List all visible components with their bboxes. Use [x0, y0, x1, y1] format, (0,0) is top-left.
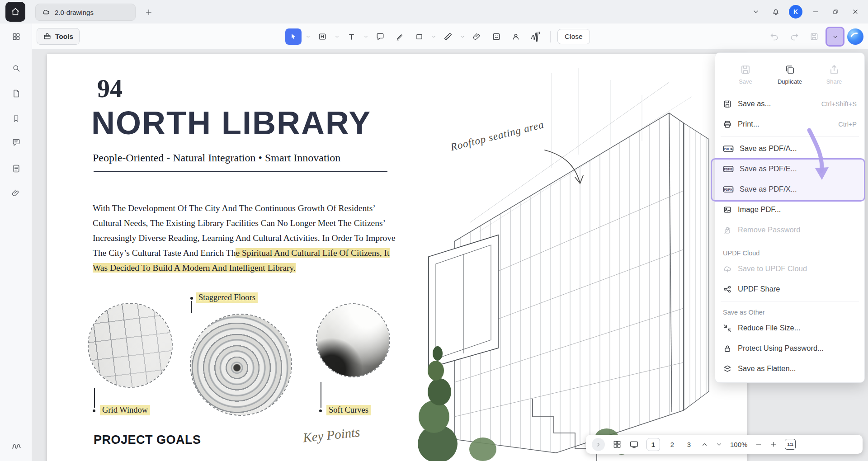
menu-item-save-as[interactable]: Save as...Ctrl+Shift+S: [715, 94, 864, 114]
document-tab[interactable]: 2.0-drawings: [35, 4, 136, 21]
signature-tool[interactable]: [527, 28, 543, 45]
menu-item-protect-password[interactable]: Protect Using Password...: [715, 338, 864, 358]
zoom-level[interactable]: 100%: [730, 441, 747, 448]
caption-grid-window: Grid Window: [100, 405, 150, 415]
print-icon: [723, 120, 732, 129]
image-icon: [723, 205, 732, 214]
collapse-toolbar-button[interactable]: [746, 0, 766, 24]
pdf-a-icon: PDF/A: [723, 144, 734, 153]
measure-tool-dropdown[interactable]: [459, 28, 466, 45]
next-page-button[interactable]: [716, 441, 722, 448]
close-window-button[interactable]: [845, 0, 865, 24]
minimize-icon: [812, 8, 819, 15]
menu-item-save-to-cloud[interactable]: Save to UPDF Cloud: [715, 259, 864, 279]
menu-duplicate-button[interactable]: Duplicate: [770, 64, 809, 85]
save-button[interactable]: [806, 28, 823, 45]
menu-item-save-pdfa[interactable]: PDF/A Save as PDF/A...: [715, 138, 864, 159]
user-avatar[interactable]: K: [786, 0, 806, 24]
bookmark-icon: [12, 114, 20, 123]
key-points-annotation: Key Points: [302, 424, 361, 445]
save-options-dropdown-button[interactable]: [826, 27, 844, 47]
tools-button[interactable]: Tools: [37, 28, 80, 45]
search-button[interactable]: [0, 58, 32, 78]
summary-panel-button[interactable]: [0, 159, 32, 179]
undo-icon: [770, 32, 779, 41]
comment-icon: [12, 138, 21, 147]
notifications-button[interactable]: [766, 0, 786, 24]
person-stamp-tool[interactable]: [508, 28, 524, 45]
expand-panel-button[interactable]: [592, 438, 605, 451]
close-tools-button[interactable]: Close: [557, 29, 590, 44]
title-bar: 2.0-drawings K: [0, 0, 868, 24]
page-button-1[interactable]: 1: [646, 438, 660, 451]
pen-tool[interactable]: [392, 28, 408, 45]
tools-label: Tools: [55, 33, 73, 41]
undo-button[interactable]: [766, 28, 783, 45]
signature-panel-button[interactable]: [0, 436, 32, 456]
page-button-2[interactable]: 2: [668, 441, 677, 448]
presentation-mode-button[interactable]: [629, 440, 639, 449]
bookmarks-button[interactable]: [0, 108, 32, 128]
h-letter-tool[interactable]: [314, 28, 330, 45]
cloud-icon: [42, 8, 50, 16]
menu-item-image-pdf[interactable]: Image PDF...: [715, 199, 864, 220]
zoom-out-button[interactable]: [755, 441, 762, 448]
menu-item-reduce-file-size[interactable]: Reduce File Size...: [715, 318, 864, 338]
text-tool[interactable]: [343, 28, 359, 45]
chevron-down-icon: [752, 8, 760, 15]
lock-icon: [723, 344, 732, 353]
shape-tool[interactable]: [411, 28, 427, 45]
flatten-layers-icon: [723, 364, 732, 373]
menu-item-save-pdfe[interactable]: PDF/E Save as PDF/E...: [715, 159, 864, 179]
menu-item-save-pdfx[interactable]: PDF/X Save as PDF/X...: [715, 179, 864, 199]
menu-item-updf-share[interactable]: UPDF Share: [715, 279, 864, 299]
menu-item-save-as-flatten[interactable]: Save as Flatten...: [715, 358, 864, 379]
h-letter-tool-dropdown[interactable]: [334, 28, 340, 45]
new-tab-button[interactable]: [143, 6, 155, 18]
chevron-down-icon: [832, 33, 839, 40]
share-icon: [829, 64, 840, 75]
thumbnails-button[interactable]: [0, 84, 32, 103]
attachment-tool[interactable]: [469, 28, 485, 45]
restore-icon: [832, 8, 839, 15]
comment-tool[interactable]: [372, 28, 388, 45]
home-button[interactable]: [5, 2, 25, 22]
caption-staggered-floors: Staggered Floors: [196, 292, 258, 303]
leader-line: [321, 382, 321, 408]
tool-bar: Tools: [32, 24, 868, 50]
monitor-icon: [629, 440, 639, 449]
cursor-icon: [289, 33, 297, 41]
zoom-in-button[interactable]: [770, 441, 777, 448]
menu-save-button[interactable]: Save: [726, 64, 765, 85]
pdf-page[interactable]: 94 NORTH LIBRARY People-Oriented - Natur…: [47, 54, 747, 461]
menu-share-button[interactable]: Share: [815, 64, 854, 85]
minimize-button[interactable]: [806, 0, 826, 24]
menu-item-remove-password[interactable]: Remove Password: [715, 220, 864, 240]
shape-tool-dropdown[interactable]: [430, 28, 437, 45]
menu-section-updf-cloud: UPDF Cloud: [715, 244, 864, 259]
sticker-tool[interactable]: [488, 28, 505, 45]
updf-ai-button[interactable]: [847, 28, 863, 45]
menu-divider: [721, 136, 859, 136]
save-icon: [740, 64, 751, 75]
attachments-panel-button[interactable]: [0, 183, 32, 203]
toolbox-icon: [43, 32, 52, 41]
cloud-upload-icon: [723, 264, 732, 273]
chevron-up-icon: [701, 441, 708, 448]
measure-tool[interactable]: [440, 28, 456, 45]
text-tool-dropdown[interactable]: [363, 28, 369, 45]
select-tool-dropdown[interactable]: [305, 28, 311, 45]
redo-button[interactable]: [786, 28, 803, 45]
page-button-3[interactable]: 3: [684, 441, 693, 448]
leader-line: [191, 301, 192, 313]
previous-page-button[interactable]: [701, 441, 708, 448]
comments-panel-button[interactable]: [0, 132, 32, 152]
select-tool[interactable]: [285, 28, 302, 45]
app-grid-button[interactable]: [0, 27, 32, 47]
menu-item-print[interactable]: Print...Ctrl+P: [715, 114, 864, 134]
menu-section-save-as-other: Save as Other: [715, 303, 864, 318]
restore-button[interactable]: [826, 0, 845, 24]
body-paragraph: With The Development Of The City And The…: [93, 201, 406, 275]
actual-size-button[interactable]: 1:1: [785, 439, 796, 450]
thumbnail-view-button[interactable]: [613, 440, 622, 449]
